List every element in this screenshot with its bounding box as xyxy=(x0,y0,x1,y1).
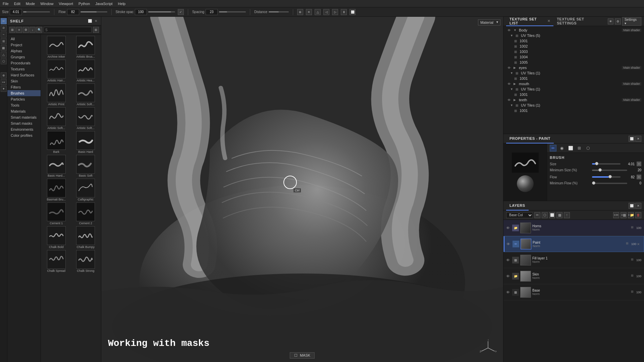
layers-close-btn[interactable]: ✕ xyxy=(635,203,641,209)
toolbar-mode-icon2[interactable]: △ xyxy=(315,9,321,15)
layer-fill1-eye[interactable]: 👁 xyxy=(506,258,511,262)
menu-window[interactable]: Window xyxy=(40,2,53,6)
layer-fill1[interactable]: 👁 ▩ Fill layer 1 Norm ⊞ 100 xyxy=(503,252,644,268)
add-fill-layer-btn[interactable]: +▩ xyxy=(621,212,627,218)
brush-calligraphic[interactable]: Calligraphic xyxy=(72,179,100,201)
prop-flow-icon[interactable]: ⬜ xyxy=(567,145,574,152)
toolbar-record-btn[interactable]: ⬜ xyxy=(350,9,356,15)
polygon-tool-btn[interactable]: △ xyxy=(1,52,7,58)
shelf-import-icon[interactable]: ↓ xyxy=(30,27,36,33)
ts-mouth[interactable]: 👁 ▶ mouth Main shader xyxy=(503,81,644,86)
size-edit-btn[interactable]: ✏ xyxy=(637,162,641,166)
flow-edit-btn[interactable]: ✏ xyxy=(637,175,641,179)
transform-tool-btn[interactable]: ⊕ xyxy=(1,72,7,78)
ts-body-expand[interactable]: ▼ xyxy=(514,28,517,32)
add-folder-btn[interactable]: +📁 xyxy=(628,212,634,218)
ts-1001c[interactable]: ⊞ 1001 xyxy=(503,92,644,97)
brush-basic-hard2[interactable]: Basic Hard... xyxy=(42,155,70,177)
ts-uv-tiles-5[interactable]: ▼ ⊞ UV Tiles (5) xyxy=(503,33,644,38)
ts-uv-tiles-1c[interactable]: ▼ ⊞ UV Tiles (1) xyxy=(503,103,644,108)
menu-viewport[interactable]: Viewport xyxy=(59,2,73,6)
brush-artistic-soft3[interactable]: Artistic Soft... xyxy=(72,107,100,130)
ts-1001b[interactable]: ⊞ 1001 xyxy=(503,76,644,81)
mask-label[interactable]: ☐ MASK xyxy=(290,352,315,359)
tab-texture-set-list-close[interactable]: ✕ xyxy=(547,19,550,23)
material-dropdown[interactable]: Material ▼ xyxy=(478,19,500,25)
layer-paint-grid-btn[interactable]: ⊞ xyxy=(626,242,631,246)
prop-settings-icon[interactable]: ⊞ xyxy=(576,145,583,152)
flow-prop-slider[interactable] xyxy=(592,176,621,178)
toolbar-brush-icon[interactable]: ⊕ xyxy=(297,9,303,15)
ts-teeth[interactable]: 👁 ▶ teeth Main shader xyxy=(503,97,644,103)
min-flow-prop-slider[interactable] xyxy=(592,183,627,184)
stroke-mode-btn[interactable]: ✓ xyxy=(178,9,184,15)
ts-settings-icon[interactable]: ⚙ xyxy=(615,18,621,24)
min-size-prop-slider[interactable] xyxy=(592,170,627,171)
nav-skin[interactable]: Skin xyxy=(7,78,41,84)
brush-cement2[interactable]: Cement 2 xyxy=(72,202,100,225)
layer-base-eye[interactable]: 👁 xyxy=(506,290,511,294)
ts-1005[interactable]: ⊞ 1005 xyxy=(503,60,644,65)
eraser-tool-btn[interactable]: ⊘ xyxy=(1,25,7,31)
shelf-grid-toggle[interactable]: ⊞ xyxy=(93,27,99,33)
menu-edit[interactable]: Edit xyxy=(14,2,20,6)
flow-input[interactable] xyxy=(67,9,79,15)
brush-artistic-soft1[interactable]: Artistic Soft... xyxy=(72,83,100,106)
ts-uv1c-expand[interactable]: ▼ xyxy=(510,104,514,107)
size-prop-slider[interactable] xyxy=(592,163,621,165)
ts-uv1a-expand[interactable]: ▼ xyxy=(510,71,514,75)
tab-layers[interactable]: LAYERS xyxy=(506,201,529,210)
ts-uv-tiles-1a[interactable]: ▼ ⊞ UV Tiles (1) xyxy=(503,70,644,76)
nav-filters[interactable]: Filters xyxy=(7,84,41,90)
ts-uv1b-expand[interactable]: ▼ xyxy=(510,87,514,91)
brush-artistic-hea[interactable]: Artistic Hea... xyxy=(72,60,100,82)
nav-textures[interactable]: Textures xyxy=(7,66,41,72)
nav-tools[interactable]: Tools xyxy=(7,102,41,108)
fill-tool-btn[interactable]: ▩ xyxy=(1,45,7,51)
smudge-tool-btn[interactable]: ~ xyxy=(1,32,7,38)
annotation-tool-btn[interactable]: ✦ xyxy=(1,86,7,92)
nav-smart-materials[interactable]: Smart materials xyxy=(7,114,41,120)
nav-procedurals[interactable]: Procedurals xyxy=(7,60,41,66)
tab-texture-set-settings[interactable]: TEXTURE SET SETTINGS xyxy=(553,17,607,26)
brush-chalk-strong[interactable]: Chalk Strong xyxy=(72,250,100,273)
nav-grunges[interactable]: Grunges xyxy=(7,54,41,60)
brush-artistic-print[interactable]: Artistic Print xyxy=(42,83,70,106)
nav-smart-masks[interactable]: Smart masks xyxy=(7,120,41,126)
layer-base[interactable]: 👁 ▩ Base Norm ⊞ 100 xyxy=(503,284,644,300)
ts-teeth-eye[interactable]: 👁 xyxy=(507,98,512,102)
channel-up-icon[interactable]: ↑ xyxy=(564,212,570,218)
brush-chalk-spread[interactable]: Chalk Spread xyxy=(42,250,70,273)
channel-erase-icon[interactable]: ⬡ xyxy=(542,212,548,218)
shelf-list-icon[interactable]: ≡ xyxy=(16,27,22,33)
layers-expand-btn[interactable]: ⬜ xyxy=(629,203,635,209)
ts-mouth-eye[interactable]: 👁 xyxy=(507,82,512,86)
clone-tool-btn[interactable]: ⊞ xyxy=(1,38,7,44)
layer-paint-close[interactable]: ✕ xyxy=(637,242,641,246)
layer-paint-eye[interactable]: 👁 xyxy=(506,242,511,246)
add-paint-layer-btn[interactable]: +✏ xyxy=(613,212,619,218)
shelf-search-icon[interactable]: 🔍 xyxy=(36,27,42,33)
nav-materials[interactable]: Materials xyxy=(7,108,41,114)
nav-environments[interactable]: Environments xyxy=(7,126,41,132)
spacing-input[interactable] xyxy=(206,9,218,15)
brush-artistic-hair[interactable]: Artistic Hair... xyxy=(42,60,70,82)
menu-file[interactable]: File xyxy=(3,2,9,6)
menu-mode[interactable]: Mode xyxy=(26,2,35,6)
ts-uv5-expand[interactable]: ▼ xyxy=(510,34,514,37)
brush-bark[interactable]: Bark xyxy=(42,131,70,154)
select-tool-btn[interactable]: ⬡ xyxy=(1,58,7,64)
tab-properties-paint[interactable]: PROPERTIES - PAINT xyxy=(506,134,554,143)
layer-base-grid-btn[interactable]: ⊞ xyxy=(631,290,636,295)
ts-eyes[interactable]: 👁 ▶ eyes Main shader xyxy=(503,65,644,70)
ts-body-eye[interactable]: 👁 xyxy=(507,28,512,32)
prop-brush-icon[interactable]: ✏ xyxy=(550,145,556,152)
search-box[interactable]: S xyxy=(44,27,92,33)
flow-slider[interactable] xyxy=(80,11,107,12)
ts-1003[interactable]: ⊞ 1003 xyxy=(503,49,644,54)
brush-basmati[interactable]: Basmati Bru... xyxy=(42,179,70,201)
paint-tool-btn[interactable]: ✏ xyxy=(1,18,7,24)
brush-basic-hard[interactable]: Basic Hard xyxy=(72,131,100,154)
ts-eye-icon[interactable]: 👁 xyxy=(608,18,614,24)
ts-1001[interactable]: ⊞ 1001 xyxy=(503,38,644,44)
